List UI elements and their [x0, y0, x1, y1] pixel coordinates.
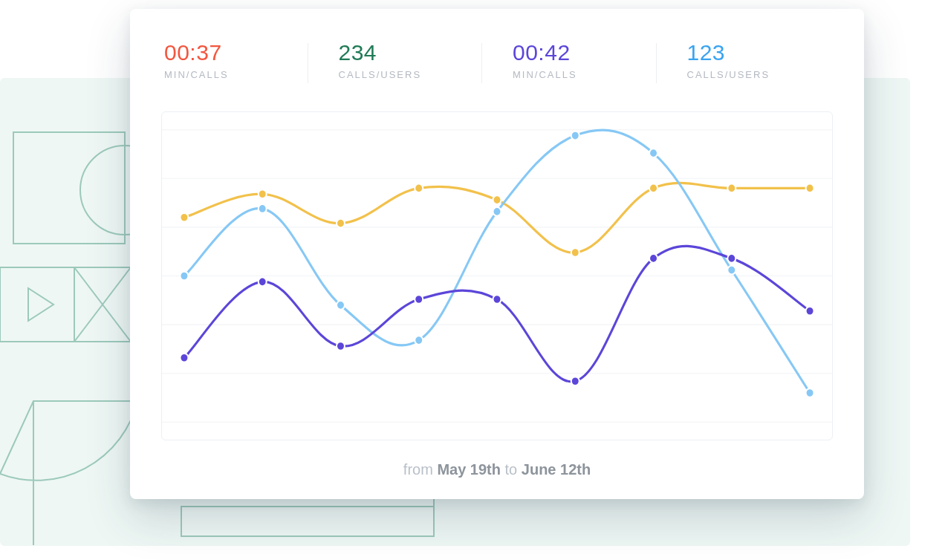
chart-area [161, 111, 833, 440]
line-chart [162, 112, 832, 440]
stat-label: CALLS/USERS [339, 69, 482, 80]
caption-start-date: May 19th [437, 461, 501, 478]
stat-value: 123 [687, 40, 831, 65]
stats-row: 00:37 MIN/CALLS 234 CALLS/USERS 00:42 MI… [161, 40, 833, 80]
svg-point-20 [415, 183, 423, 192]
stat-value: 00:37 [164, 40, 308, 65]
svg-point-22 [571, 248, 579, 257]
svg-point-39 [493, 295, 501, 304]
stat-label: MIN/CALLS [513, 69, 656, 80]
stat-label: CALLS/USERS [687, 69, 831, 80]
svg-point-25 [806, 183, 814, 192]
svg-point-26 [180, 272, 188, 281]
svg-point-41 [649, 254, 657, 263]
svg-point-40 [571, 377, 579, 385]
caption-prefix: from [403, 461, 438, 478]
svg-point-28 [337, 301, 345, 310]
svg-point-29 [415, 336, 423, 345]
svg-point-34 [806, 388, 814, 397]
stat-value: 00:42 [513, 40, 656, 65]
svg-point-38 [415, 295, 423, 304]
svg-point-31 [571, 131, 579, 140]
svg-point-27 [259, 204, 267, 213]
stat-calls-users-1: 234 CALLS/USERS [308, 40, 482, 80]
svg-point-35 [180, 354, 188, 362]
stat-min-calls-1: 00:37 MIN/CALLS [164, 40, 308, 80]
stat-min-calls-2: 00:42 MIN/CALLS [481, 40, 656, 80]
dashboard-card: 00:37 MIN/CALLS 234 CALLS/USERS 00:42 MI… [130, 9, 864, 499]
svg-point-33 [727, 266, 735, 275]
stat-label: MIN/CALLS [164, 69, 308, 80]
svg-point-43 [806, 307, 814, 316]
svg-point-32 [649, 149, 657, 157]
svg-point-36 [259, 277, 267, 286]
stat-value: 234 [339, 40, 482, 65]
svg-point-21 [493, 195, 501, 204]
caption-mid: to [501, 461, 522, 478]
svg-point-23 [649, 183, 657, 192]
svg-point-24 [727, 183, 735, 192]
caption-end-date: June 12th [522, 461, 591, 478]
svg-point-17 [180, 213, 188, 222]
stat-calls-users-2: 123 CALLS/USERS [656, 40, 831, 80]
svg-point-18 [259, 189, 267, 198]
svg-point-37 [337, 342, 345, 351]
svg-point-19 [337, 219, 345, 228]
svg-point-30 [493, 207, 501, 216]
date-range-caption: from May 19th to June 12th [161, 461, 833, 478]
svg-point-42 [727, 254, 735, 263]
